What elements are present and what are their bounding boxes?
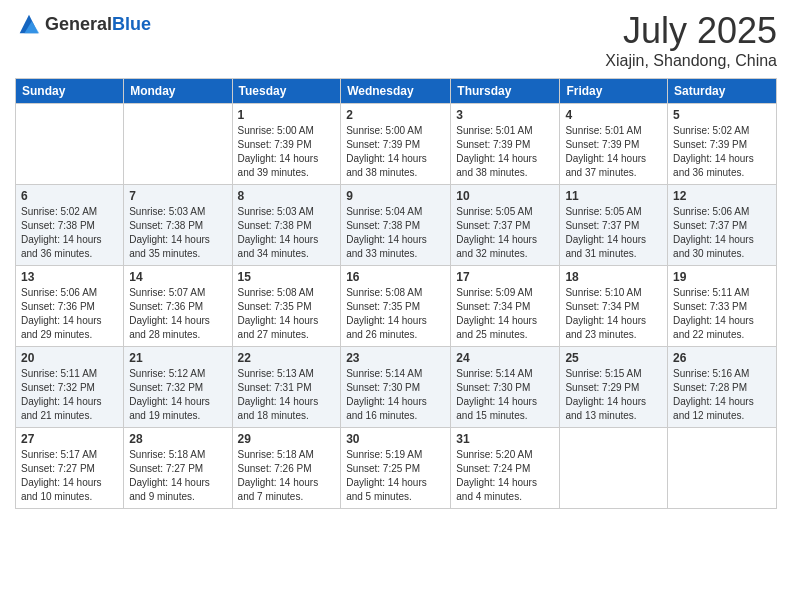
calendar-week-row: 6Sunrise: 5:02 AMSunset: 7:38 PMDaylight…: [16, 185, 777, 266]
table-row: 25Sunrise: 5:15 AMSunset: 7:29 PMDayligh…: [560, 347, 668, 428]
day-info: Sunrise: 5:06 AMSunset: 7:36 PMDaylight:…: [21, 286, 118, 342]
header-sunday: Sunday: [16, 79, 124, 104]
table-row: 7Sunrise: 5:03 AMSunset: 7:38 PMDaylight…: [124, 185, 232, 266]
title-section: July 2025 Xiajin, Shandong, China: [605, 10, 777, 70]
day-info: Sunrise: 5:11 AMSunset: 7:32 PMDaylight:…: [21, 367, 118, 423]
table-row: 14Sunrise: 5:07 AMSunset: 7:36 PMDayligh…: [124, 266, 232, 347]
day-info: Sunrise: 5:01 AMSunset: 7:39 PMDaylight:…: [456, 124, 554, 180]
day-number: 25: [565, 351, 662, 365]
day-number: 30: [346, 432, 445, 446]
table-row: 29Sunrise: 5:18 AMSunset: 7:26 PMDayligh…: [232, 428, 341, 509]
table-row: 15Sunrise: 5:08 AMSunset: 7:35 PMDayligh…: [232, 266, 341, 347]
day-number: 17: [456, 270, 554, 284]
table-row: 31Sunrise: 5:20 AMSunset: 7:24 PMDayligh…: [451, 428, 560, 509]
day-number: 6: [21, 189, 118, 203]
table-row: [124, 104, 232, 185]
day-number: 3: [456, 108, 554, 122]
table-row: 10Sunrise: 5:05 AMSunset: 7:37 PMDayligh…: [451, 185, 560, 266]
calendar-table: Sunday Monday Tuesday Wednesday Thursday…: [15, 78, 777, 509]
day-number: 1: [238, 108, 336, 122]
day-number: 28: [129, 432, 226, 446]
day-info: Sunrise: 5:14 AMSunset: 7:30 PMDaylight:…: [346, 367, 445, 423]
header-friday: Friday: [560, 79, 668, 104]
day-number: 13: [21, 270, 118, 284]
day-info: Sunrise: 5:05 AMSunset: 7:37 PMDaylight:…: [456, 205, 554, 261]
day-info: Sunrise: 5:00 AMSunset: 7:39 PMDaylight:…: [238, 124, 336, 180]
day-info: Sunrise: 5:19 AMSunset: 7:25 PMDaylight:…: [346, 448, 445, 504]
table-row: 2Sunrise: 5:00 AMSunset: 7:39 PMDaylight…: [341, 104, 451, 185]
table-row: 1Sunrise: 5:00 AMSunset: 7:39 PMDaylight…: [232, 104, 341, 185]
table-row: 17Sunrise: 5:09 AMSunset: 7:34 PMDayligh…: [451, 266, 560, 347]
day-info: Sunrise: 5:14 AMSunset: 7:30 PMDaylight:…: [456, 367, 554, 423]
day-info: Sunrise: 5:01 AMSunset: 7:39 PMDaylight:…: [565, 124, 662, 180]
day-number: 16: [346, 270, 445, 284]
table-row: [560, 428, 668, 509]
day-info: Sunrise: 5:13 AMSunset: 7:31 PMDaylight:…: [238, 367, 336, 423]
calendar-week-row: 1Sunrise: 5:00 AMSunset: 7:39 PMDaylight…: [16, 104, 777, 185]
table-row: 28Sunrise: 5:18 AMSunset: 7:27 PMDayligh…: [124, 428, 232, 509]
page-header: GeneralBlue July 2025 Xiajin, Shandong, …: [15, 10, 777, 70]
header-tuesday: Tuesday: [232, 79, 341, 104]
day-number: 24: [456, 351, 554, 365]
day-info: Sunrise: 5:03 AMSunset: 7:38 PMDaylight:…: [238, 205, 336, 261]
day-number: 15: [238, 270, 336, 284]
table-row: 22Sunrise: 5:13 AMSunset: 7:31 PMDayligh…: [232, 347, 341, 428]
day-number: 10: [456, 189, 554, 203]
calendar-week-row: 27Sunrise: 5:17 AMSunset: 7:27 PMDayligh…: [16, 428, 777, 509]
day-info: Sunrise: 5:10 AMSunset: 7:34 PMDaylight:…: [565, 286, 662, 342]
day-info: Sunrise: 5:15 AMSunset: 7:29 PMDaylight:…: [565, 367, 662, 423]
day-info: Sunrise: 5:12 AMSunset: 7:32 PMDaylight:…: [129, 367, 226, 423]
day-number: 22: [238, 351, 336, 365]
day-info: Sunrise: 5:16 AMSunset: 7:28 PMDaylight:…: [673, 367, 771, 423]
day-number: 11: [565, 189, 662, 203]
day-info: Sunrise: 5:06 AMSunset: 7:37 PMDaylight:…: [673, 205, 771, 261]
table-row: 6Sunrise: 5:02 AMSunset: 7:38 PMDaylight…: [16, 185, 124, 266]
page-container: GeneralBlue July 2025 Xiajin, Shandong, …: [0, 0, 792, 519]
day-info: Sunrise: 5:05 AMSunset: 7:37 PMDaylight:…: [565, 205, 662, 261]
table-row: 9Sunrise: 5:04 AMSunset: 7:38 PMDaylight…: [341, 185, 451, 266]
day-number: 4: [565, 108, 662, 122]
location: Xiajin, Shandong, China: [605, 52, 777, 70]
day-number: 8: [238, 189, 336, 203]
day-info: Sunrise: 5:04 AMSunset: 7:38 PMDaylight:…: [346, 205, 445, 261]
day-info: Sunrise: 5:08 AMSunset: 7:35 PMDaylight:…: [238, 286, 336, 342]
calendar-header-row: Sunday Monday Tuesday Wednesday Thursday…: [16, 79, 777, 104]
day-number: 31: [456, 432, 554, 446]
header-thursday: Thursday: [451, 79, 560, 104]
day-number: 9: [346, 189, 445, 203]
day-info: Sunrise: 5:11 AMSunset: 7:33 PMDaylight:…: [673, 286, 771, 342]
logo: GeneralBlue: [15, 10, 151, 38]
day-number: 12: [673, 189, 771, 203]
day-info: Sunrise: 5:17 AMSunset: 7:27 PMDaylight:…: [21, 448, 118, 504]
day-number: 29: [238, 432, 336, 446]
day-info: Sunrise: 5:02 AMSunset: 7:39 PMDaylight:…: [673, 124, 771, 180]
table-row: [16, 104, 124, 185]
table-row: 30Sunrise: 5:19 AMSunset: 7:25 PMDayligh…: [341, 428, 451, 509]
table-row: 27Sunrise: 5:17 AMSunset: 7:27 PMDayligh…: [16, 428, 124, 509]
table-row: 4Sunrise: 5:01 AMSunset: 7:39 PMDaylight…: [560, 104, 668, 185]
table-row: 3Sunrise: 5:01 AMSunset: 7:39 PMDaylight…: [451, 104, 560, 185]
calendar-week-row: 13Sunrise: 5:06 AMSunset: 7:36 PMDayligh…: [16, 266, 777, 347]
day-info: Sunrise: 5:20 AMSunset: 7:24 PMDaylight:…: [456, 448, 554, 504]
day-number: 5: [673, 108, 771, 122]
table-row: 13Sunrise: 5:06 AMSunset: 7:36 PMDayligh…: [16, 266, 124, 347]
header-saturday: Saturday: [668, 79, 777, 104]
month-title: July 2025: [605, 10, 777, 52]
table-row: 26Sunrise: 5:16 AMSunset: 7:28 PMDayligh…: [668, 347, 777, 428]
day-number: 20: [21, 351, 118, 365]
logo-general-text: General: [45, 14, 112, 34]
table-row: 19Sunrise: 5:11 AMSunset: 7:33 PMDayligh…: [668, 266, 777, 347]
table-row: 21Sunrise: 5:12 AMSunset: 7:32 PMDayligh…: [124, 347, 232, 428]
table-row: 8Sunrise: 5:03 AMSunset: 7:38 PMDaylight…: [232, 185, 341, 266]
table-row: 18Sunrise: 5:10 AMSunset: 7:34 PMDayligh…: [560, 266, 668, 347]
logo-icon: [15, 10, 43, 38]
day-info: Sunrise: 5:18 AMSunset: 7:27 PMDaylight:…: [129, 448, 226, 504]
day-number: 21: [129, 351, 226, 365]
day-number: 7: [129, 189, 226, 203]
day-info: Sunrise: 5:18 AMSunset: 7:26 PMDaylight:…: [238, 448, 336, 504]
day-number: 2: [346, 108, 445, 122]
day-info: Sunrise: 5:08 AMSunset: 7:35 PMDaylight:…: [346, 286, 445, 342]
table-row: 12Sunrise: 5:06 AMSunset: 7:37 PMDayligh…: [668, 185, 777, 266]
table-row: 20Sunrise: 5:11 AMSunset: 7:32 PMDayligh…: [16, 347, 124, 428]
table-row: 16Sunrise: 5:08 AMSunset: 7:35 PMDayligh…: [341, 266, 451, 347]
